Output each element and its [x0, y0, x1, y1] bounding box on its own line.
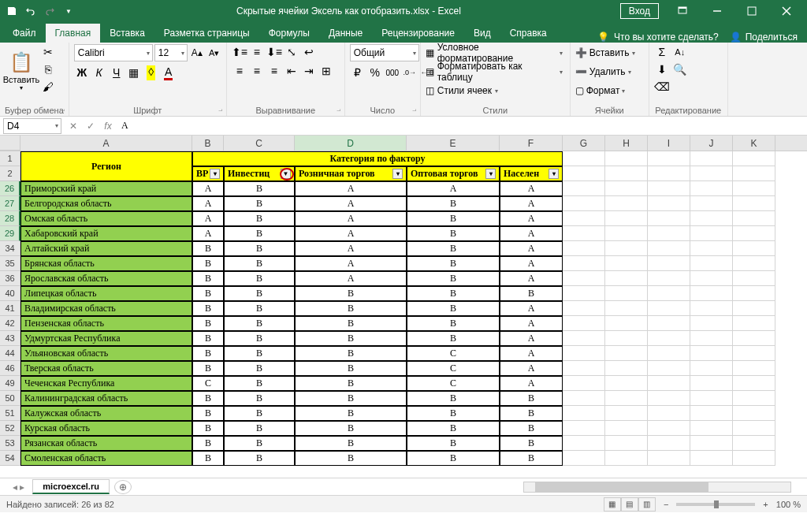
cell[interactable] — [563, 406, 605, 421]
cell[interactable]: A — [407, 181, 500, 196]
cell[interactable] — [690, 256, 733, 271]
cell[interactable] — [605, 181, 648, 196]
cell[interactable]: B — [407, 406, 500, 421]
cell[interactable] — [648, 166, 690, 181]
cell[interactable]: B — [295, 436, 407, 451]
cell[interactable]: Удмуртская Республика — [20, 331, 192, 346]
cell[interactable] — [563, 301, 605, 316]
delete-cells-button[interactable]: ➖Удалить▾ — [575, 63, 634, 80]
cell[interactable]: B — [192, 421, 224, 436]
column-header[interactable]: H — [605, 136, 648, 151]
cell[interactable] — [648, 196, 690, 211]
cell[interactable] — [648, 421, 690, 436]
cell[interactable] — [690, 196, 733, 211]
cell[interactable] — [648, 331, 690, 346]
row-header[interactable]: 27 — [0, 196, 20, 211]
cell[interactable]: C — [192, 376, 224, 391]
cell[interactable]: B — [407, 196, 500, 211]
row-header[interactable]: 28 — [0, 211, 20, 226]
cell[interactable]: A — [500, 346, 563, 361]
cell[interactable] — [563, 196, 605, 211]
row-header[interactable]: 49 — [0, 376, 20, 391]
cell[interactable] — [733, 316, 775, 331]
cell[interactable]: B — [407, 271, 500, 286]
cell[interactable]: Оптовая торгов▾ — [407, 166, 500, 181]
cell[interactable] — [733, 301, 775, 316]
cell[interactable]: Ульяновская область — [20, 346, 192, 361]
cell[interactable]: B — [224, 406, 295, 421]
qat-dropdown-icon[interactable]: ▼ — [60, 2, 77, 20]
cell[interactable] — [733, 346, 775, 361]
page-break-view-icon[interactable]: ▥ — [638, 497, 656, 512]
cell[interactable]: B — [407, 316, 500, 331]
tab-help[interactable]: Справка — [500, 24, 556, 43]
redo-icon[interactable] — [41, 2, 58, 20]
cell[interactable]: B — [192, 391, 224, 406]
close-icon[interactable] — [769, 0, 804, 22]
cell[interactable]: A — [500, 331, 563, 346]
cell[interactable] — [690, 271, 733, 286]
filter-button[interactable]: ▾ — [549, 169, 559, 179]
cell[interactable]: B — [224, 316, 295, 331]
comma-icon[interactable]: 000 — [385, 65, 400, 80]
cell[interactable]: Белгородская область — [20, 196, 192, 211]
column-header[interactable]: A — [20, 136, 192, 151]
cell[interactable]: A — [192, 211, 224, 226]
cell[interactable] — [605, 316, 648, 331]
find-icon[interactable]: 🔍 — [672, 61, 688, 77]
cell[interactable] — [648, 436, 690, 451]
cell[interactable]: A — [500, 271, 563, 286]
cell[interactable] — [648, 211, 690, 226]
row-header[interactable]: 40 — [0, 286, 20, 301]
cell[interactable]: Смоленская область — [20, 451, 192, 466]
cell[interactable]: B — [500, 451, 563, 466]
format-as-table-button[interactable]: ▤Форматировать как таблицу▾ — [426, 63, 565, 80]
cell[interactable] — [648, 451, 690, 466]
clear-icon[interactable]: ⌫ — [654, 79, 670, 95]
filter-button[interactable]: ▾ — [485, 169, 496, 179]
number-format-select[interactable]: Общий▾ — [350, 44, 419, 61]
align-middle-icon[interactable]: ≡ — [249, 44, 265, 60]
row-header[interactable]: 2 — [0, 166, 20, 181]
zoom-in-icon[interactable]: + — [763, 500, 768, 509]
column-header[interactable]: B — [192, 136, 224, 151]
cell[interactable] — [733, 181, 775, 196]
cell[interactable] — [648, 151, 690, 166]
formula-input[interactable]: A — [117, 118, 807, 134]
cell[interactable] — [563, 151, 605, 166]
currency-icon[interactable]: ₽ — [350, 65, 366, 80]
cell[interactable] — [563, 436, 605, 451]
cell[interactable] — [563, 316, 605, 331]
ribbon-options-icon[interactable] — [665, 0, 700, 22]
zoom-level[interactable]: 100 % — [776, 500, 801, 509]
cell-styles-button[interactable]: ◫Стили ячеек▾ — [426, 82, 500, 99]
cell[interactable] — [690, 226, 733, 241]
cell[interactable] — [563, 331, 605, 346]
cell[interactable]: A — [500, 301, 563, 316]
cell[interactable]: B — [192, 286, 224, 301]
decrease-indent-icon[interactable]: ⇤ — [284, 63, 299, 79]
minimize-icon[interactable] — [700, 0, 734, 22]
cell[interactable]: B — [192, 316, 224, 331]
cell[interactable]: B — [295, 286, 407, 301]
cell[interactable]: B — [407, 331, 500, 346]
column-header[interactable]: K — [733, 136, 775, 151]
cell[interactable] — [605, 211, 648, 226]
cell[interactable]: B — [224, 451, 295, 466]
normal-view-icon[interactable]: ▦ — [604, 497, 621, 512]
underline-icon[interactable]: Ч — [109, 65, 125, 80]
cell[interactable]: Хабаровский край — [20, 226, 192, 241]
cell[interactable] — [648, 406, 690, 421]
cell[interactable]: A — [295, 271, 407, 286]
maximize-icon[interactable] — [734, 0, 769, 22]
cell[interactable] — [605, 346, 648, 361]
cell[interactable]: Липецкая область — [20, 286, 192, 301]
cell[interactable] — [690, 166, 733, 181]
cell[interactable] — [690, 391, 733, 406]
cell[interactable]: B — [500, 406, 563, 421]
cell[interactable] — [690, 436, 733, 451]
tell-me-search[interactable]: 💡 Что вы хотите сделать? — [597, 32, 719, 43]
cell[interactable] — [648, 256, 690, 271]
cell[interactable] — [690, 241, 733, 256]
cell[interactable] — [563, 256, 605, 271]
